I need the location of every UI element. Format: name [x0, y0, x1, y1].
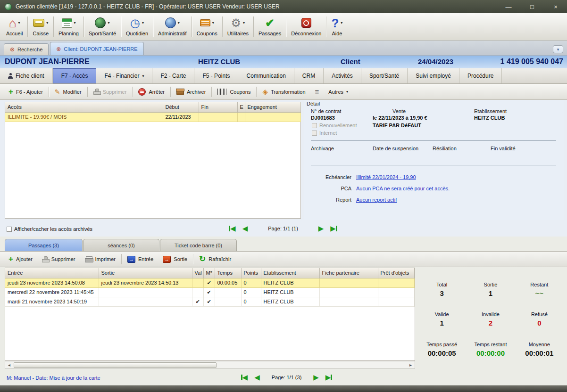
column-header[interactable]: Fiche partenaire — [319, 268, 378, 278]
archive-access-button[interactable]: Archiver — [172, 86, 210, 98]
toolbar-item-quotidien[interactable]: ◷▾ Quotidien — [122, 14, 152, 39]
cash-register-icon — [33, 19, 44, 27]
toolbar-item-caisse[interactable]: ▾ Caisse — [28, 14, 53, 39]
maximize-button[interactable]: □ — [525, 3, 539, 10]
close-tab-icon[interactable]: ⊗ — [10, 47, 15, 52]
toolbar-item-passages[interactable]: ✔ Passages — [254, 14, 285, 39]
chevron-down-icon[interactable]: ▾ — [178, 21, 180, 25]
column-header[interactable]: Engagement — [245, 102, 300, 112]
tab-f4-financier[interactable]: F4 - Financier▾ — [96, 68, 152, 83]
tab-seances[interactable]: séances (0) — [83, 239, 159, 251]
tab-ticket-code-barre[interactable]: Ticket code barre (0) — [160, 239, 237, 251]
previous-page-button[interactable]: ◀ — [254, 374, 260, 381]
close-button[interactable]: × — [549, 3, 562, 10]
column-header[interactable]: Début — [163, 102, 199, 112]
toolbar-separator — [192, 16, 192, 37]
column-header[interactable]: Fin — [199, 102, 237, 112]
client-header-bar: DUPONT JEAN-PIERRE HEITZ CLUB Client 24/… — [0, 56, 567, 68]
coupons-button[interactable]: Coupons — [213, 86, 255, 98]
minimize-button[interactable]: — — [502, 3, 515, 10]
chevron-down-icon[interactable]: ▾ — [142, 21, 144, 25]
delete-access-button[interactable]: Supprimer — [89, 86, 132, 98]
horizontal-scrollbar[interactable]: ◂ ▸ — [5, 361, 415, 369]
toolbar-item-utilitaires[interactable]: ⚙▾ Utilitaires — [223, 14, 253, 39]
column-header[interactable]: M* — [203, 268, 215, 278]
tab-sport-sante[interactable]: Sport/Santé — [361, 68, 408, 83]
menu-button[interactable]: ≡ — [310, 86, 324, 98]
column-header[interactable]: Etablissement — [261, 268, 319, 278]
column-header[interactable]: Accès — [5, 102, 163, 112]
tab-activites[interactable]: Activités — [324, 68, 361, 83]
others-button[interactable]: Autres▾ — [324, 86, 353, 98]
archived-accesses-checkbox[interactable] — [7, 227, 12, 232]
column-header[interactable]: Sortie — [99, 268, 192, 278]
column-header[interactable]: Points — [241, 268, 261, 278]
last-page-button[interactable]: ▶ — [330, 225, 337, 232]
chevron-down-icon[interactable]: ▾ — [212, 21, 214, 25]
tab-fiche-client[interactable]: Fiche client — [0, 68, 53, 83]
chevron-down-icon[interactable]: ▾ — [243, 21, 245, 25]
refresh-button[interactable]: ↻Rafraîchir — [194, 253, 236, 265]
tab-recherche[interactable]: ⊗ Recherche — [4, 43, 49, 55]
transformation-button[interactable]: ◈Transformation — [258, 86, 310, 98]
tab-client-dupont[interactable]: ⊗ Client: DUPONT JEAN-PIERRE — [50, 42, 143, 55]
chevron-down-icon[interactable]: ▾ — [74, 21, 76, 25]
entry-button[interactable]: →Entrée — [123, 253, 158, 265]
tab-f2-carte[interactable]: F2 - Carte — [152, 68, 194, 83]
toolbar-item-coupons[interactable]: ▾ Coupons — [192, 14, 222, 39]
table-row[interactable]: jeudi 23 novembre 2023 14:50:08 jeudi 23… — [5, 278, 415, 287]
schedule-link[interactable]: Illimité 22/01/2024 - 19,90 — [356, 174, 416, 180]
stop-access-button[interactable]: Arrêter — [133, 86, 169, 98]
first-page-button[interactable]: ◀ — [241, 374, 248, 381]
chevron-down-icon[interactable]: ▾ — [18, 21, 20, 25]
tab-crm[interactable]: CRM — [294, 68, 324, 83]
exit-button[interactable]: →Sortie — [158, 253, 192, 265]
toolbar-item-deconnexion[interactable]: Déconnexion — [287, 14, 325, 39]
points-cell: 0 — [241, 297, 261, 306]
column-header[interactable]: Entrée — [5, 268, 99, 278]
tab-procedure[interactable]: Procédure — [459, 68, 502, 83]
tab-f7-acces[interactable]: F7 - Accès — [53, 68, 97, 83]
add-passage-button[interactable]: +Ajouter — [4, 253, 37, 265]
toolbar-item-planning[interactable]: ▾ Planning — [54, 14, 83, 39]
chevron-down-icon[interactable]: ▾ — [108, 21, 109, 25]
stat-temps-passe: Temps passé00:00:05 — [417, 335, 466, 365]
next-page-button[interactable]: ▶ — [318, 225, 324, 232]
tab-passages[interactable]: Passages (3) — [5, 239, 83, 251]
add-access-button[interactable]: +F6 - Ajouter — [4, 86, 48, 98]
internet-checkbox[interactable] — [312, 131, 317, 136]
delete-passage-button[interactable]: Supprimer — [37, 253, 80, 265]
tab-list-expand-button[interactable]: ▾ — [553, 45, 563, 53]
access-pager: ◀ ◀ Page: 1/1 (1) ▶ ▶ — [210, 225, 356, 232]
toolbar-item-sport-sante[interactable]: ▾ Sport/Santé — [84, 14, 120, 39]
scrollbar-thumb[interactable] — [14, 362, 217, 368]
tab-communication[interactable]: Communication — [238, 68, 294, 83]
next-page-button[interactable]: ▶ — [313, 374, 319, 381]
edit-access-button[interactable]: ✎Modifier — [50, 86, 86, 98]
tab-suivi-employe[interactable]: Suivi employé — [408, 68, 459, 83]
print-button[interactable]: Imprimer — [80, 253, 120, 265]
detail-panel: Détail N° de contrat Vente Etablissement… — [304, 100, 564, 220]
tab-f5-points[interactable]: F5 - Points — [194, 68, 238, 83]
renewal-checkbox[interactable] — [312, 123, 317, 128]
column-header[interactable]: Temps — [215, 268, 241, 278]
time-cell — [215, 287, 241, 297]
column-header[interactable]: Val — [192, 268, 203, 278]
column-header[interactable]: Prêt d'objets — [378, 268, 415, 278]
table-row[interactable]: ILLIMITE - 19.90€ / MOIS 22/11/2023 — [5, 112, 300, 122]
chevron-down-icon[interactable]: ▾ — [341, 21, 342, 25]
column-header[interactable]: E — [237, 102, 245, 112]
table-row[interactable]: mardi 21 novembre 2023 14:50:19 ✔ ✔ 0 HE… — [5, 297, 415, 306]
report-link[interactable]: Aucun report actif — [356, 197, 397, 203]
previous-page-button[interactable]: ◀ — [242, 225, 248, 232]
table-row[interactable]: mercredi 22 novembre 2023 11:45:45 ✔ 0 H… — [5, 287, 415, 297]
toolbar-item-administratif[interactable]: ▾ Administratif — [154, 14, 191, 39]
close-tab-icon[interactable]: ⊗ — [56, 46, 61, 52]
scroll-right-icon[interactable]: ▸ — [407, 362, 414, 368]
chevron-down-icon[interactable]: ▾ — [46, 21, 48, 25]
first-page-button[interactable]: ◀ — [229, 225, 236, 232]
last-page-button[interactable]: ▶ — [325, 374, 333, 381]
toolbar-item-accueil[interactable]: ⌂▾ Accueil — [2, 14, 27, 39]
scroll-left-icon[interactable]: ◂ — [6, 362, 13, 368]
toolbar-item-aide[interactable]: ?▾ Aide — [327, 14, 347, 39]
